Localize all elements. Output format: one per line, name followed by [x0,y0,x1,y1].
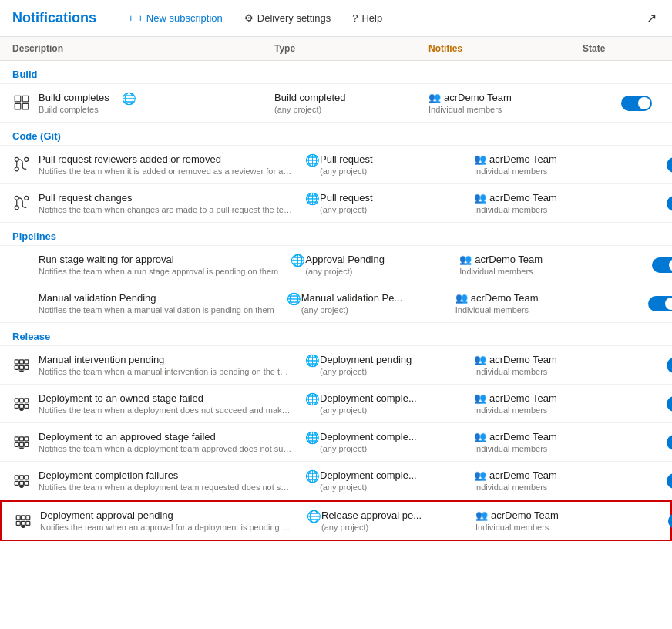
notifies-cell: 👥 acrDemo Team Individual members [474,431,628,453]
svg-point-6 [15,167,18,171]
new-subscription-button[interactable]: + + New subscription [122,9,229,27]
notifies-cell: 👥 acrDemo Team Individual members [474,354,628,376]
svg-rect-47 [16,521,20,525]
table-row: Pull request changes Notifies the team w… [0,184,672,223]
state-cell [583,96,660,111]
notif-title: Pull request reviewers added or removed [39,153,293,165]
expand-button[interactable]: ↗ [643,8,660,29]
svg-marker-35 [18,448,25,450]
notif-title: Pull request changes [39,192,293,204]
state-toggle[interactable] [667,396,672,412]
notifies-sub: Individual members [474,205,628,214]
state-cell [628,358,672,373]
category-header-3: Release [0,323,672,346]
type-cell: Approval Pending (any project) [305,254,459,276]
svg-marker-51 [20,526,26,529]
category-header-1: Code (Git) [0,123,672,146]
state-toggle[interactable] [667,358,672,373]
type-cell: Release approval pe... (any project) [321,510,475,532]
notifies-sub: Individual members [475,523,630,532]
notif-subtitle: Notifies the team when a deployment team… [39,483,293,492]
description-cell: Pull request changes Notifies the team w… [12,192,320,214]
notif-text: Deployment completion failures Notifies … [39,469,293,492]
empty-icon [12,255,31,274]
notifies-sub: Individual members [455,305,610,314]
plus-icon: + [128,12,134,24]
release-icon [12,355,31,374]
table-row: Deployment approval pending Notifies the… [0,500,672,541]
notif-text: Deployment approval pending Notifies the… [40,510,294,532]
team-name: 👥 acrDemo Team [474,431,628,442]
state-cell [628,157,672,173]
notifies-sub: Individual members [474,444,628,453]
table-row: Manual intervention pending Notifies the… [0,346,672,385]
notif-subtitle: Notifies the team when a deployment team… [39,444,293,453]
state-toggle[interactable] [667,157,672,173]
state-toggle[interactable] [668,513,672,529]
team-icon: 👥 [474,431,486,442]
question-icon: ? [352,12,358,24]
svg-rect-12 [15,360,18,364]
release-icon [12,394,31,412]
type-cell: Pull request (any project) [320,153,474,176]
state-toggle[interactable] [652,257,672,273]
gear-icon: ⚙ [244,12,254,24]
type-cell: Deployment pending (any project) [320,354,474,376]
svg-rect-39 [15,481,18,485]
team-name: 👥 acrDemo Team [474,192,628,204]
svg-rect-2 [15,103,21,109]
type-scope: (any project) [301,305,455,314]
state-cell [613,257,672,273]
help-button[interactable]: ? Help [346,9,388,27]
git-icon [12,155,31,173]
globe-icon: 🌐 [287,292,301,306]
state-toggle[interactable] [621,96,652,111]
svg-rect-48 [22,521,25,525]
notifications-table: Build Build completes Build completes 🌐 … [0,61,672,541]
team-icon: 👥 [474,469,486,481]
notifications-page: Notifications + + New subscription ⚙ Del… [0,0,672,629]
notif-title: Build completes [39,92,109,103]
delivery-settings-button[interactable]: ⚙ Delivery settings [238,9,337,27]
team-icon: 👥 [474,392,486,404]
globe-icon: 🌐 [291,254,305,267]
state-cell [628,435,672,450]
state-toggle[interactable] [667,196,672,211]
state-cell [630,513,672,529]
state-toggle[interactable] [667,473,672,489]
globe-icon: 🌐 [305,392,320,406]
type-name: Deployment pending [320,354,459,365]
globe-icon: 🌐 [122,92,136,106]
state-toggle[interactable] [667,435,672,450]
team-icon: 👥 [455,292,468,304]
empty-icon [12,294,31,312]
notifies-cell: 👥 acrDemo Team Individual members [428,92,583,114]
type-name: Release approval pe... [321,510,460,521]
svg-rect-3 [22,103,29,109]
svg-point-4 [15,157,18,161]
build-icon [12,93,31,112]
description-cell: Manual validation Pending Notifies the t… [12,292,301,314]
state-toggle[interactable] [648,296,672,311]
notif-subtitle: Notifies the team when a manual interven… [39,367,293,376]
notifies-cell: 👥 acrDemo Team Individual members [474,192,628,214]
globe-icon: 🌐 [305,354,320,368]
table-header: Description Type Notifies State [0,37,672,61]
type-name: Manual validation Pe... [301,292,440,304]
type-name: Deployment comple... [320,392,459,404]
svg-rect-16 [20,365,24,369]
team-name: 👥 acrDemo Team [474,153,628,165]
globe-icon: 🌐 [305,192,320,206]
team-name: 👥 acrDemo Team [455,292,610,304]
notif-title: Manual validation Pending [39,292,274,304]
svg-point-10 [15,206,18,210]
table-row: Run stage waiting for approval Notifies … [0,246,672,284]
svg-rect-40 [20,481,24,485]
type-name: Deployment comple... [320,431,459,442]
globe-icon: 🌐 [305,431,320,445]
type-scope: (any project) [305,267,459,276]
notifies-cell: 👥 acrDemo Team Individual members [475,510,630,532]
notif-subtitle: Notifies the team when an approval for a… [40,523,294,532]
team-icon: 👥 [459,254,472,265]
team-name: 👥 acrDemo Team [475,510,630,521]
